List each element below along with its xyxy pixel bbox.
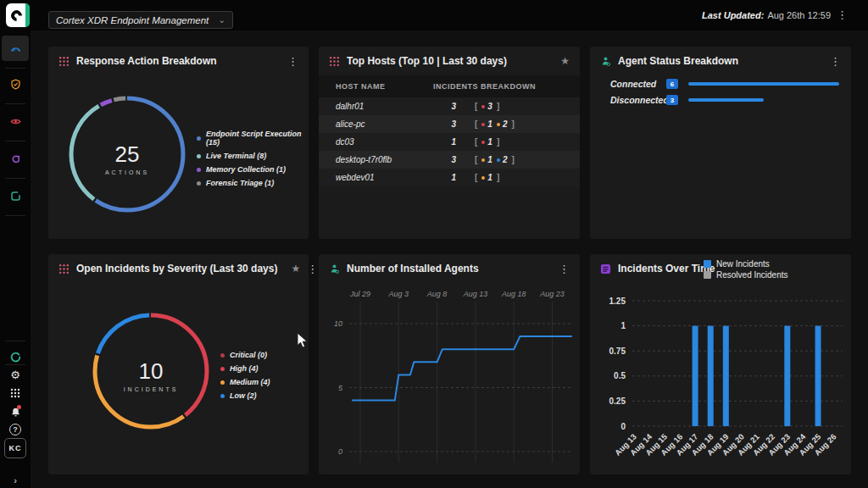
agent-icon: [329, 263, 340, 274]
legend-label: Forensic Triage (1): [206, 179, 274, 187]
severity-count: 2: [497, 119, 508, 129]
actions-total: 25: [92, 141, 163, 168]
resolved-incidents-label: Resolved Incidents: [716, 270, 788, 280]
legend-item: Memory Collection (1): [197, 165, 309, 174]
agent-status-row[interactable]: Connected6: [590, 77, 851, 91]
panel-title: Open Incidents by Severity (Last 30 days…: [76, 263, 277, 274]
severity-dot: [481, 176, 485, 180]
table-header: HOST NAME INCIDENTS BREAKDOWN: [319, 75, 580, 97]
sidebar-item-console[interactable]: [2, 183, 29, 208]
table-row[interactable]: desktop-t7r0flb3[12]: [319, 151, 580, 169]
legend-label: Memory Collection (1): [206, 165, 286, 174]
sidebar-item-endpoint-protection[interactable]: [2, 71, 29, 97]
sidebar-divider: [5, 215, 25, 216]
table-row[interactable]: webdev011[1]: [319, 169, 580, 186]
svg-text:1.25: 1.25: [609, 297, 626, 306]
svg-text:Aug 18: Aug 18: [501, 290, 526, 298]
svg-text:Jul 29: Jul 29: [349, 290, 370, 298]
legend-dot: [220, 353, 225, 358]
agent-status-row[interactable]: Disconnected3: [590, 93, 851, 107]
notification-dot: [17, 405, 21, 409]
user-avatar[interactable]: KC: [4, 438, 26, 458]
severity-count: 1: [481, 119, 492, 129]
grid-apps-icon: [10, 388, 20, 398]
dashboard-selector-dropdown[interactable]: Cortex XDR Endpoint Management ⌄: [48, 11, 233, 29]
count-badge: 6: [666, 79, 678, 89]
incidents-breakdown: [12]: [475, 155, 515, 164]
sidebar-item-attack-surface[interactable]: [2, 146, 29, 171]
sidebar-item-help[interactable]: ?: [2, 419, 29, 440]
cortex-agent-icon: [10, 352, 21, 363]
count-badge: 3: [666, 95, 678, 105]
new-incidents-swatch: [704, 260, 711, 268]
severity-count: 1: [481, 155, 492, 164]
sidebar-item-settings[interactable]: ⚙: [2, 364, 29, 385]
incidents-breakdown: [12]: [475, 119, 515, 129]
shield-icon: [10, 79, 21, 90]
host-name: alice-pc: [319, 119, 427, 129]
svg-text:10: 10: [334, 319, 342, 328]
panel-menu-icon[interactable]: ⋮: [287, 56, 298, 67]
chevron-right-icon: ›: [14, 476, 17, 485]
svg-text:Aug 23: Aug 23: [539, 290, 565, 298]
legend-label: Endpoint Script Execution (15): [206, 130, 309, 147]
sidebar-divider: [5, 178, 25, 179]
donut-center: 25 ACTIONS: [92, 141, 163, 175]
sidebar-divider: [5, 103, 25, 104]
svg-text:0.5: 0.5: [614, 371, 626, 380]
legend-dot: [197, 154, 201, 158]
incidents-breakdown: [1]: [475, 173, 499, 182]
table-row[interactable]: alice-pc3[12]: [319, 115, 580, 133]
legend-label: High (4): [230, 364, 259, 373]
severity-dot: [481, 158, 485, 162]
host-name: dalhr01: [319, 102, 427, 111]
sidebar-item-apps[interactable]: [2, 383, 29, 403]
new-incidents-label: New Incidents: [716, 259, 770, 269]
svg-text:Aug 3: Aug 3: [388, 290, 409, 298]
legend-label: Medium (4): [230, 378, 270, 386]
table-row[interactable]: dalhr013[3]: [319, 97, 580, 115]
panel-menu-icon[interactable]: ⋮: [307, 263, 318, 274]
top-hosts-table-body: dalhr013[3]alice-pc3[12]dc031[1]desktop-…: [319, 97, 580, 186]
panel-menu-icon[interactable]: ⋮: [830, 56, 841, 67]
incident-count: 1: [427, 137, 456, 147]
last-updated: Last Updated: Aug 26th 12:59: [702, 0, 831, 30]
panel-top-hosts: Top Hosts (Top 10 | Last 30 days) ★ HOST…: [319, 47, 580, 239]
favorite-star-icon[interactable]: ★: [291, 263, 300, 274]
incidents-breakdown: [1]: [475, 137, 499, 147]
incident-count: 3: [427, 155, 456, 164]
legend-item: High (4): [220, 364, 270, 373]
cortex-logo-glyph: [8, 8, 24, 23]
legend-item: Critical (0): [220, 351, 270, 359]
severity-dot: [481, 123, 485, 126]
severity-dot: [481, 141, 485, 144]
legend-dot: [220, 380, 225, 385]
actions-total-label: ACTIONS: [92, 169, 163, 175]
panel-agent-status-breakdown: Agent Status Breakdown ⋮ Connected6Disco…: [590, 47, 851, 239]
sidebar-item-threat-intel[interactable]: [2, 108, 29, 134]
dashboard-gauge-icon: [10, 43, 21, 54]
panel-incidents-over-time: Incidents Over Time New Incidents Resolv…: [590, 254, 851, 474]
status-bar: [688, 98, 764, 102]
legend-dot: [197, 168, 201, 172]
panel-title: Number of Installed Agents: [347, 263, 479, 274]
sidebar-expand-button[interactable]: ›: [2, 468, 29, 488]
sidebar-item-dashboard[interactable]: [2, 36, 29, 61]
panel-menu-icon[interactable]: ⋮: [559, 263, 570, 274]
cortex-logo[interactable]: [6, 3, 30, 27]
panel-title: Response Action Breakdown: [76, 55, 217, 67]
favorite-star-icon[interactable]: ★: [560, 55, 570, 67]
panel-number-of-installed-agents: Number of Installed Agents ⋮ Jul 29Aug 3…: [319, 254, 580, 474]
topbar-menu-icon[interactable]: ⋮: [837, 9, 848, 20]
left-sidebar: ⚙ ? KC ›: [0, 0, 31, 488]
incidents-total-label: INCIDENTS: [115, 386, 186, 392]
table-row[interactable]: dc031[1]: [319, 133, 580, 151]
legend-item: Live Terminal (8): [197, 152, 309, 160]
response-actions-legend: Endpoint Script Execution (15)Live Termi…: [197, 130, 309, 192]
mouse-cursor: [297, 332, 309, 349]
incidents-total: 10: [115, 358, 186, 385]
panel-title: Top Hosts (Top 10 | Last 30 days): [347, 55, 507, 67]
legend-item: Low (2): [220, 391, 270, 400]
svg-text:0.25: 0.25: [609, 396, 626, 406]
severity-legend: Critical (0)High (4)Medium (4)Low (2): [220, 351, 270, 405]
